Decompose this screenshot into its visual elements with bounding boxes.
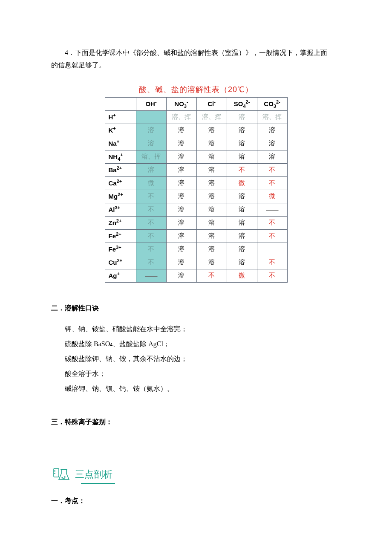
table-cell: 溶 — [257, 137, 287, 150]
table-cell: 溶 — [166, 243, 196, 256]
table-cell: 微 — [257, 190, 287, 203]
table-cell: 溶 — [227, 256, 257, 269]
table-cell: 溶 — [196, 137, 227, 150]
table-cell: 溶 — [166, 137, 196, 150]
table-row: Ba2+溶溶溶不不 — [105, 163, 287, 176]
row-ion: Ca2+ — [105, 176, 136, 190]
table-cell: —— — [257, 243, 287, 256]
table-cell: 溶 — [227, 229, 257, 243]
table-cell: 不 — [227, 163, 257, 176]
table-cell: —— — [136, 269, 166, 282]
table-body: H+溶、挥溶、挥溶溶、挥K+溶溶溶溶溶Na+溶溶溶溶溶NH4+溶、挥溶溶溶溶Ba… — [105, 110, 287, 282]
table-cell: 不 — [257, 216, 287, 229]
table-cell: 溶 — [166, 203, 196, 216]
table-cell: 不 — [196, 269, 227, 282]
beaker-icon — [51, 465, 72, 484]
table-cell: 溶 — [227, 124, 257, 137]
rhyme-line: 钾、钠、铵盐、硝酸盐能在水中全溶完； — [51, 321, 341, 336]
table-cell: 溶 — [257, 124, 287, 137]
table-row: H+溶、挥溶、挥溶溶、挥 — [105, 110, 287, 124]
header-cl: Cl- — [196, 97, 227, 110]
table-cell: 不 — [257, 256, 287, 269]
intro-paragraph: 4．下面是化学课本中《部分酸、碱和盐的溶解性表（室温）》，一般情况下，掌握上面 … — [51, 47, 341, 72]
table-cell: 溶 — [196, 124, 227, 137]
table-cell: 不 — [136, 190, 166, 203]
table-cell: 溶 — [196, 176, 227, 190]
rhyme-line: 硫酸盐除 BaSO₄、盐酸盐除 AgCl； — [51, 336, 341, 351]
row-ion: Ag+ — [105, 269, 136, 282]
table-cell: 溶 — [196, 163, 227, 176]
header-co3: CO32- — [257, 97, 287, 110]
document-page: 4．下面是化学课本中《部分酸、碱和盐的溶解性表（室温）》，一般情况下，掌握上面 … — [0, 0, 392, 531]
table-cell: —— — [257, 203, 287, 216]
table-cell: 溶 — [196, 190, 227, 203]
table-cell: 不 — [257, 163, 287, 176]
row-ion: Fe2+ — [105, 229, 136, 243]
row-ion: H+ — [105, 110, 136, 124]
section2-head: 二．溶解性口诀 — [51, 304, 341, 313]
table-cell: 溶、挥 — [166, 110, 196, 124]
row-ion: Al3+ — [105, 203, 136, 216]
table-cell: 不 — [257, 229, 287, 243]
table-cell: 溶 — [196, 256, 227, 269]
intro-text2: 的信息就足够了。 — [51, 61, 106, 69]
table-cell: 溶 — [166, 190, 196, 203]
analysis-underline — [81, 483, 115, 484]
kaodian-head: 一．考点： — [51, 497, 341, 506]
analysis-block: 三点剖析 — [51, 465, 341, 484]
row-ion: Na+ — [105, 137, 136, 150]
table-cell: 溶、挥 — [136, 150, 166, 163]
table-cell: 溶 — [166, 269, 196, 282]
analysis-title: 三点剖析 — [75, 468, 112, 481]
row-ion: K+ — [105, 124, 136, 137]
row-ion: Cu2+ — [105, 256, 136, 269]
table-cell: 溶 — [136, 124, 166, 137]
table-cell: 微 — [136, 176, 166, 190]
table-row: K+溶溶溶溶溶 — [105, 124, 287, 137]
table-cell: 微 — [227, 269, 257, 282]
row-ion: NH4+ — [105, 150, 136, 163]
table-cell: 溶 — [227, 150, 257, 163]
table-row: Al3+不溶溶溶—— — [105, 203, 287, 216]
svg-point-7 — [63, 478, 64, 479]
table-cell: 不 — [136, 243, 166, 256]
table-cell: 不 — [257, 269, 287, 282]
row-ion: Fe3+ — [105, 243, 136, 256]
table-cell — [136, 110, 166, 124]
table-cell: 溶 — [257, 150, 287, 163]
table-row: Zn2+不溶溶溶不 — [105, 216, 287, 229]
table-row: Ag+——溶不微不 — [105, 269, 287, 282]
table-cell: 溶、挥 — [257, 110, 287, 124]
table-cell: 溶 — [166, 124, 196, 137]
header-oh: OH- — [136, 97, 166, 110]
table-cell: 溶 — [166, 229, 196, 243]
header-no3: NO3- — [166, 97, 196, 110]
rhyme-line: 酸全溶于水； — [51, 366, 341, 381]
table-cell: 不 — [136, 216, 166, 229]
solubility-table: OH- NO3- Cl- SO42- CO32- H+溶、挥溶、挥溶溶、挥K+溶… — [105, 97, 288, 283]
table-cell: 不 — [257, 176, 287, 190]
table-cell: 溶 — [196, 203, 227, 216]
row-ion: Zn2+ — [105, 216, 136, 229]
section3-head: 三．特殊离子鉴别： — [51, 418, 341, 427]
row-ion: Mg2+ — [105, 190, 136, 203]
table-cell: 溶 — [227, 190, 257, 203]
svg-point-6 — [64, 477, 65, 477]
header-blank — [105, 97, 136, 110]
table-cell: 溶、挥 — [196, 110, 227, 124]
table-row: Fe3+不溶溶溶—— — [105, 243, 287, 256]
intro-number: 4． — [65, 49, 75, 56]
table-cell: 溶 — [196, 216, 227, 229]
table-cell: 溶 — [166, 176, 196, 190]
table-cell: 溶 — [136, 163, 166, 176]
table-cell: 溶 — [227, 203, 257, 216]
table-row: NH4+溶、挥溶溶溶溶 — [105, 150, 287, 163]
table-cell: 溶 — [227, 216, 257, 229]
table-row: Ca2+微溶溶微不 — [105, 176, 287, 190]
header-so4: SO42- — [227, 97, 257, 110]
table-cell: 溶 — [166, 150, 196, 163]
rhyme-line: 碳酸盐除钾、钠、铵，其余不沾水的边； — [51, 351, 341, 366]
table-cell: 微 — [227, 176, 257, 190]
svg-point-5 — [62, 477, 63, 478]
table-cell: 溶 — [166, 216, 196, 229]
